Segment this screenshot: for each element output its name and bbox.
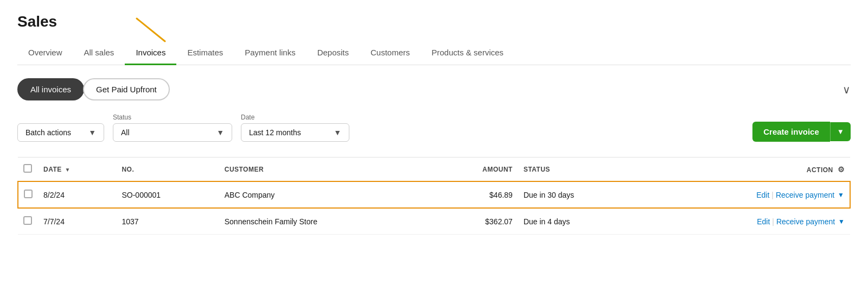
invoice-toggle-buttons: All invoices Get Paid Upfront: [17, 78, 170, 100]
batch-actions-chevron: ▼: [88, 128, 96, 137]
col-action: ACTION ⚙: [645, 158, 850, 182]
status-value: All: [121, 128, 130, 137]
tab-estimates[interactable]: Estimates: [176, 41, 234, 65]
row1-customer: ABC Company: [219, 181, 433, 208]
create-invoice-dropdown-button[interactable]: ▼: [830, 122, 851, 141]
all-invoices-button[interactable]: All invoices: [17, 78, 84, 100]
date-label: Date: [241, 114, 349, 121]
row2-action-sep: |: [772, 217, 774, 226]
tab-payment-links[interactable]: Payment links: [234, 41, 306, 65]
date-value: Last 12 months: [249, 128, 301, 137]
row1-action-dropdown-icon[interactable]: ▼: [838, 191, 844, 199]
filter-row: Batch actions ▼ Status All ▼ Date Last 1…: [17, 114, 851, 142]
select-all-header[interactable]: [18, 158, 38, 182]
collapse-icon[interactable]: ∨: [843, 83, 851, 96]
nav-tabs: Overview All sales Invoices Estimates Pa…: [17, 41, 851, 65]
row1-no: SO-000001: [116, 181, 219, 208]
status-dropdown[interactable]: All ▼: [113, 123, 232, 142]
col-date-label: DATE: [43, 166, 62, 173]
sales-page: Sales Overview All sales Invoices Estima…: [0, 0, 868, 248]
invoice-toggle-row: All invoices Get Paid Upfront ∨: [17, 78, 851, 100]
col-status-label: STATUS: [524, 166, 550, 173]
row2-customer: Sonnenschein Family Store: [219, 208, 433, 235]
action-gear-icon[interactable]: ⚙: [838, 165, 845, 174]
tab-invoices[interactable]: Invoices: [125, 41, 176, 65]
tab-all-sales[interactable]: All sales: [73, 41, 125, 65]
row1-date: 8/2/24: [38, 181, 116, 208]
table-row: 8/2/24 SO-000001 ABC Company $46.89 Due …: [18, 181, 850, 208]
status-label: Status: [113, 114, 232, 121]
table-row: 7/7/24 1037 Sonnenschein Family Store $3…: [18, 208, 850, 235]
tab-customers[interactable]: Customers: [360, 41, 421, 65]
col-date[interactable]: DATE ▼: [38, 158, 116, 182]
date-filter-group: Date Last 12 months ▼: [241, 114, 349, 142]
col-action-label: ACTION: [807, 166, 833, 174]
date-dropdown[interactable]: Last 12 months ▼: [241, 123, 349, 142]
col-amount: AMOUNT: [433, 158, 518, 182]
batch-actions-group: Batch actions ▼: [17, 123, 104, 142]
row2-date: 7/7/24: [38, 208, 116, 235]
row1-action-cell: Edit | Receive payment ▼: [645, 181, 850, 208]
row2-receive-payment-link[interactable]: Receive payment: [776, 217, 835, 226]
create-invoice-button[interactable]: Create invoice: [752, 122, 830, 142]
row2-amount: $362.07: [433, 208, 518, 235]
date-sort-icon: ▼: [65, 167, 71, 173]
row2-action-cell: Edit | Receive payment ▼: [645, 208, 850, 235]
invoices-table: DATE ▼ NO. CUSTOMER AMOUNT STATUS: [17, 157, 851, 235]
get-paid-upfront-button[interactable]: Get Paid Upfront: [83, 78, 170, 100]
row2-no: 1037: [116, 208, 219, 235]
row1-action-links: Edit | Receive payment ▼: [650, 191, 844, 199]
invoices-table-wrapper: DATE ▼ NO. CUSTOMER AMOUNT STATUS: [17, 157, 851, 235]
row2-checkbox[interactable]: [23, 216, 32, 225]
col-customer-label: CUSTOMER: [225, 166, 264, 173]
batch-actions-dropdown[interactable]: Batch actions ▼: [17, 123, 104, 142]
row2-status: Due in 4 days: [518, 208, 645, 235]
tab-products-services[interactable]: Products & services: [421, 41, 515, 65]
status-chevron: ▼: [216, 128, 224, 137]
tab-overview[interactable]: Overview: [17, 41, 73, 65]
row1-checkbox-cell: [18, 181, 38, 208]
col-status: STATUS: [518, 158, 645, 182]
row1-action-sep: |: [771, 191, 774, 199]
tab-deposits[interactable]: Deposits: [307, 41, 360, 65]
row1-checkbox[interactable]: [24, 190, 33, 198]
page-title: Sales: [17, 13, 851, 30]
date-chevron: ▼: [334, 128, 341, 137]
col-no: NO.: [116, 158, 219, 182]
row2-checkbox-cell: [18, 208, 38, 235]
create-invoice-label: Create invoice: [763, 127, 819, 136]
col-no-label: NO.: [122, 166, 134, 173]
row1-amount: $46.89: [433, 181, 518, 208]
row1-edit-link[interactable]: Edit: [756, 191, 769, 199]
status-filter-group: Status All ▼: [113, 114, 232, 142]
row2-action-links: Edit | Receive payment ▼: [650, 217, 845, 226]
table-header-row: DATE ▼ NO. CUSTOMER AMOUNT STATUS: [18, 158, 850, 182]
col-customer: CUSTOMER: [219, 158, 433, 182]
row1-status: Due in 30 days: [518, 181, 645, 208]
create-invoice-dropdown-icon: ▼: [837, 128, 844, 136]
row1-receive-payment-link[interactable]: Receive payment: [776, 191, 834, 199]
select-all-checkbox[interactable]: [23, 164, 32, 173]
row2-edit-link[interactable]: Edit: [757, 217, 770, 226]
create-invoice-group: Create invoice ▼: [752, 122, 851, 142]
row2-action-dropdown-icon[interactable]: ▼: [838, 218, 845, 225]
col-amount-label: AMOUNT: [482, 166, 513, 173]
batch-actions-label: Batch actions: [25, 128, 71, 137]
